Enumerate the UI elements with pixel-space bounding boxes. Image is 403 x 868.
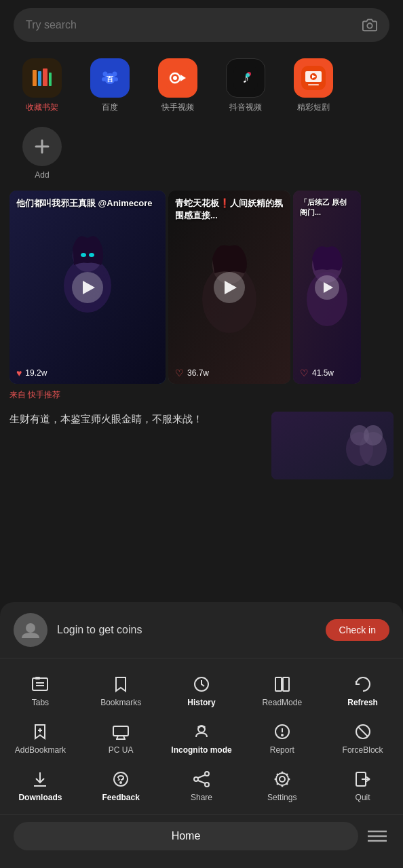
svg-point-69: [194, 777, 198, 781]
video-title-2: 青蛇天花板❗人间妖精的氛围感直接...: [175, 197, 284, 222]
svg-rect-47: [283, 677, 289, 691]
quick-link-shucang[interactable]: 收藏书架: [9, 53, 75, 119]
report-icon: [273, 722, 292, 741]
login-row: Login to get coins Check in: [0, 602, 403, 658]
search-bar[interactable]: [14, 8, 389, 42]
svg-rect-42: [35, 677, 40, 679]
play-button-1[interactable]: [72, 272, 103, 303]
checkin-button[interactable]: Check in: [326, 619, 389, 641]
svg-point-13: [173, 76, 177, 80]
menu-item-quit[interactable]: Quit: [322, 760, 403, 808]
menu-item-feedback[interactable]: Feedback: [81, 760, 161, 808]
quick-link-add[interactable]: Add: [9, 121, 75, 185]
home-button[interactable]: Home: [14, 822, 358, 850]
menu-item-report[interactable]: Report: [242, 713, 322, 760]
tabs-label: Tabs: [32, 698, 49, 707]
settings-icon: [273, 770, 292, 789]
share-icon: [192, 770, 211, 789]
menu-item-settings[interactable]: Settings: [242, 760, 322, 808]
douyin-icon: ♪: [226, 58, 265, 98]
menu-item-pcua[interactable]: PC UA: [81, 713, 161, 760]
refresh-label: Refresh: [347, 698, 378, 707]
video-title-1: 他们都叫我邪王真眼 @Animecore: [16, 197, 159, 210]
search-input[interactable]: [26, 19, 356, 31]
menu-item-share[interactable]: Share: [161, 760, 242, 808]
feedback-icon: [111, 770, 130, 789]
downloads-icon: [31, 770, 50, 789]
quick-link-baidu[interactable]: 百 百度: [77, 53, 142, 119]
svg-point-0: [367, 23, 372, 28]
menu-item-history[interactable]: History: [161, 665, 242, 713]
bottom-nav: Home: [0, 814, 403, 861]
heart-icon-3: ♡: [300, 368, 309, 378]
video-card-3[interactable]: 「后续乙 原创阁门... ♡ 41.5w: [293, 191, 361, 384]
svg-point-8: [102, 77, 106, 81]
svg-rect-3: [43, 68, 47, 86]
camera-icon[interactable]: [362, 18, 377, 33]
svg-point-28: [89, 253, 94, 257]
login-text: Login to get coins: [57, 624, 316, 636]
svg-rect-2: [38, 71, 41, 86]
addbookmark-icon: [31, 722, 50, 741]
kuaishou-label: 快手视频: [161, 102, 194, 113]
menu-item-downloads[interactable]: Downloads: [0, 760, 81, 808]
svg-rect-11: [166, 66, 190, 90]
bookmarks-label: Bookmarks: [100, 698, 141, 707]
quick-link-jingcai[interactable]: 精彩短剧: [281, 53, 346, 119]
pcua-icon: [111, 722, 130, 741]
play-button-3[interactable]: [315, 275, 339, 300]
article-thumbnail: [271, 412, 394, 479]
menu-item-incognito[interactable]: Incognito mode: [161, 713, 242, 760]
jingcai-icon: [294, 58, 333, 98]
add-icon: [22, 127, 62, 166]
svg-point-73: [280, 776, 285, 782]
history-label: History: [187, 698, 215, 707]
baidu-label: 百度: [102, 102, 118, 113]
hamburger-menu-icon[interactable]: [365, 829, 389, 843]
article-preview[interactable]: 生财有道，本鉴宝师火眼金睛，不服来战！: [0, 405, 403, 486]
avatar-icon: [20, 619, 41, 641]
video-card-1[interactable]: 他们都叫我邪王真眼 @Animecore ♥ 19.2w: [9, 191, 166, 384]
report-label: Report: [270, 745, 294, 755]
quick-link-kuaishou[interactable]: 快手视频: [145, 53, 210, 119]
svg-point-65: [120, 782, 121, 783]
refresh-icon: [353, 675, 372, 694]
svg-point-40: [26, 623, 35, 633]
svg-line-71: [198, 775, 205, 778]
addbookmark-label: AddBookmark: [15, 745, 66, 755]
heart-icon-1: ♥: [16, 368, 22, 378]
menu-item-bookmarks[interactable]: Bookmarks: [81, 665, 161, 713]
menu-item-refresh[interactable]: Refresh: [322, 665, 403, 713]
svg-point-39: [364, 425, 383, 446]
quick-links: 收藏书架 百 百度 快手视频: [0, 53, 403, 185]
svg-rect-1: [33, 70, 37, 86]
menu-item-forceblock[interactable]: ForceBlock: [322, 713, 403, 760]
kuaishou-icon: [158, 58, 197, 98]
menu-item-readmode[interactable]: ReadMode: [242, 665, 322, 713]
svg-line-61: [358, 727, 368, 736]
forceblock-label: ForceBlock: [343, 745, 383, 755]
quit-label: Quit: [356, 793, 370, 802]
svg-point-9: [114, 77, 118, 81]
video-card-2[interactable]: 青蛇天花板❗人间妖精的氛围感直接... ♡ 36.7w: [168, 191, 290, 384]
svg-point-17: [246, 73, 250, 77]
svg-point-59: [282, 734, 283, 736]
svg-point-70: [205, 783, 209, 787]
article-text: 生财有道，本鉴宝师火眼金睛，不服来战！: [9, 412, 263, 427]
settings-label: Settings: [267, 793, 296, 802]
svg-rect-21: [308, 84, 319, 85]
feedback-label: Feedback: [102, 793, 140, 802]
add-label: Add: [35, 170, 49, 180]
menu-item-addbookmark[interactable]: AddBookmark: [0, 713, 81, 760]
incognito-label: Incognito mode: [171, 745, 231, 755]
play-button-2[interactable]: [214, 272, 245, 303]
menu-item-tabs[interactable]: Tabs: [0, 665, 81, 713]
quick-link-douyin[interactable]: ♪ 抖音视频: [213, 53, 278, 119]
bottom-sheet: Login to get coins Check in Tabs: [0, 602, 403, 868]
avatar: [14, 613, 47, 647]
share-label: Share: [191, 793, 212, 802]
jingcai-label: 精彩短剧: [297, 102, 330, 113]
forceblock-icon: [353, 722, 372, 741]
video-title-3: 「后续乙 原创阁门...: [300, 197, 354, 218]
svg-rect-50: [113, 726, 128, 736]
